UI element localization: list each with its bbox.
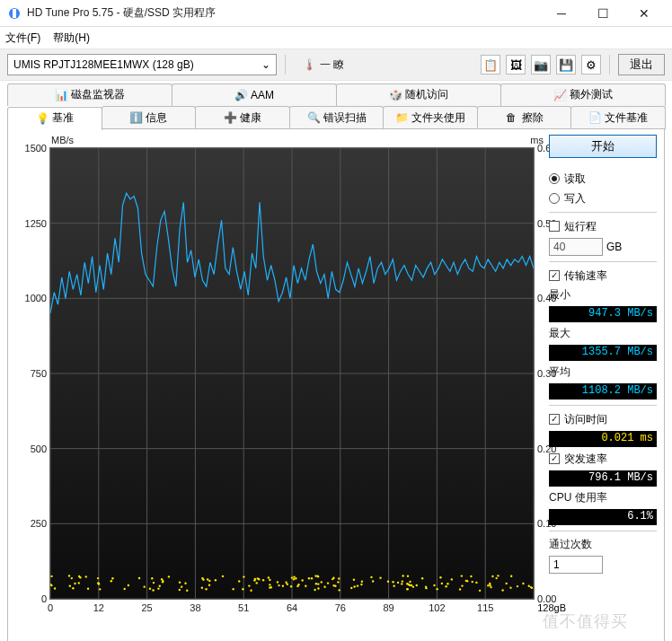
close-button[interactable]: ✕ <box>623 0 665 27</box>
start-button[interactable]: 开始 <box>549 135 657 158</box>
burst-rate-check[interactable]: 突发速率 <box>549 451 657 467</box>
svg-point-137 <box>72 587 74 589</box>
erase-icon: 🗑 <box>506 111 518 124</box>
svg-point-89 <box>406 583 408 584</box>
maximize-button[interactable]: ☐ <box>582 0 623 27</box>
svg-point-59 <box>465 580 467 582</box>
svg-point-98 <box>409 581 411 583</box>
svg-point-161 <box>69 585 71 587</box>
svg-point-102 <box>311 577 313 579</box>
svg-point-158 <box>201 587 203 589</box>
svg-point-90 <box>257 577 259 579</box>
svg-point-72 <box>149 588 151 590</box>
access-time-check[interactable]: 访问时间 <box>549 411 657 427</box>
chevron-down-icon: ⌄ <box>261 58 270 71</box>
xfer-rate-check[interactable]: 传输速率 <box>549 268 657 284</box>
temperature-display: 🌡️ 一 瞭 <box>294 57 353 73</box>
svg-point-141 <box>98 583 100 584</box>
tab-extra-tests[interactable]: 📈额外测试 <box>500 83 666 106</box>
tab-aam[interactable]: 🔊AAM <box>172 83 337 106</box>
svg-point-87 <box>506 583 508 584</box>
svg-point-132 <box>489 584 491 586</box>
passes-input[interactable] <box>549 556 603 574</box>
svg-point-159 <box>411 584 412 586</box>
mode-read[interactable]: 读取 <box>549 171 657 187</box>
ytick: 250 <box>31 518 47 529</box>
burst-value: 796.1 MB/s <box>549 470 657 487</box>
svg-point-160 <box>181 585 182 587</box>
ytick: 1500 <box>25 143 47 154</box>
tab-health[interactable]: ➕健康 <box>195 106 290 129</box>
svg-point-138 <box>461 584 463 586</box>
svg-point-100 <box>278 584 279 586</box>
svg-point-39 <box>144 585 146 587</box>
svg-point-114 <box>393 585 394 587</box>
benchmark-pane: MB/s ms 1500 <box>7 128 665 641</box>
svg-point-131 <box>305 585 306 587</box>
screenshot-button[interactable]: 📷 <box>531 55 551 75</box>
svg-point-146 <box>387 581 389 583</box>
svg-point-88 <box>479 590 481 592</box>
short-stroke-input: GB <box>549 238 657 256</box>
tab-folder-usage[interactable]: 📁文件夹使用 <box>383 106 478 129</box>
ytick: 0 <box>41 593 47 604</box>
svg-point-97 <box>201 577 203 579</box>
short-stroke-check[interactable]: 短行程 <box>549 218 657 234</box>
svg-point-140 <box>350 587 352 589</box>
svg-point-71 <box>487 584 489 586</box>
svg-point-169 <box>332 577 334 579</box>
minimize-button[interactable]: ─ <box>541 0 582 27</box>
svg-rect-1 <box>13 9 16 18</box>
copy-text-button[interactable]: 📋 <box>481 55 500 75</box>
svg-point-179 <box>50 584 52 586</box>
tab-info[interactable]: ℹ️信息 <box>102 106 197 129</box>
svg-point-128 <box>357 584 358 586</box>
tab-random-access[interactable]: 🎲随机访问 <box>336 83 501 106</box>
left-axis-unit: MB/s <box>51 135 74 145</box>
svg-point-48 <box>495 577 497 579</box>
svg-point-65 <box>397 582 399 584</box>
short-stroke-value <box>549 238 603 256</box>
svg-point-43 <box>517 585 518 587</box>
svg-point-96 <box>421 577 423 579</box>
svg-point-147 <box>528 585 530 587</box>
checkbox-icon <box>549 453 560 464</box>
mode-write[interactable]: 写入 <box>549 190 657 206</box>
svg-point-168 <box>472 581 473 583</box>
copy-image-button[interactable]: 🖼 <box>506 55 526 75</box>
svg-point-77 <box>409 584 411 586</box>
tab-erase[interactable]: 🗑擦除 <box>477 106 572 129</box>
svg-point-33 <box>215 579 217 581</box>
tab-benchmark[interactable]: 💡基准 <box>7 107 102 130</box>
drive-selector[interactable]: UMIS RPJTJ128MEE1MWX (128 gB) ⌄ <box>7 54 277 75</box>
svg-point-101 <box>451 578 453 580</box>
menu-file[interactable]: 文件(F) <box>5 31 40 46</box>
max-label: 最大 <box>549 326 657 341</box>
menu-help[interactable]: 帮助(H) <box>53 31 90 46</box>
exit-button[interactable]: 退出 <box>618 54 665 75</box>
ytick: 500 <box>31 443 47 454</box>
svg-point-173 <box>269 579 270 581</box>
tab-error-scan[interactable]: 🔍错误扫描 <box>289 106 385 129</box>
svg-point-127 <box>152 589 154 591</box>
tab-file-benchmark[interactable]: 📄文件基准 <box>570 106 666 129</box>
svg-point-73 <box>338 589 340 591</box>
min-value: 947.3 MB/s <box>549 306 657 322</box>
svg-point-64 <box>317 575 319 577</box>
svg-point-174 <box>50 575 52 577</box>
tab-disk-monitor[interactable]: 📊磁盘监视器 <box>7 83 172 106</box>
radio-icon <box>549 173 560 184</box>
window-title: HD Tune Pro 5.75 - 硬盘/SSD 实用程序 <box>27 5 541 21</box>
svg-point-38 <box>208 584 210 585</box>
svg-point-136 <box>412 585 414 587</box>
app-icon <box>7 6 22 21</box>
svg-point-115 <box>232 588 234 590</box>
options-button[interactable]: ⚙ <box>581 55 601 75</box>
svg-point-162 <box>321 581 323 583</box>
svg-point-126 <box>327 582 329 584</box>
save-button[interactable]: 💾 <box>556 55 576 75</box>
svg-point-103 <box>184 583 186 584</box>
svg-point-49 <box>402 575 403 576</box>
svg-point-56 <box>314 589 315 591</box>
svg-point-125 <box>138 577 140 579</box>
